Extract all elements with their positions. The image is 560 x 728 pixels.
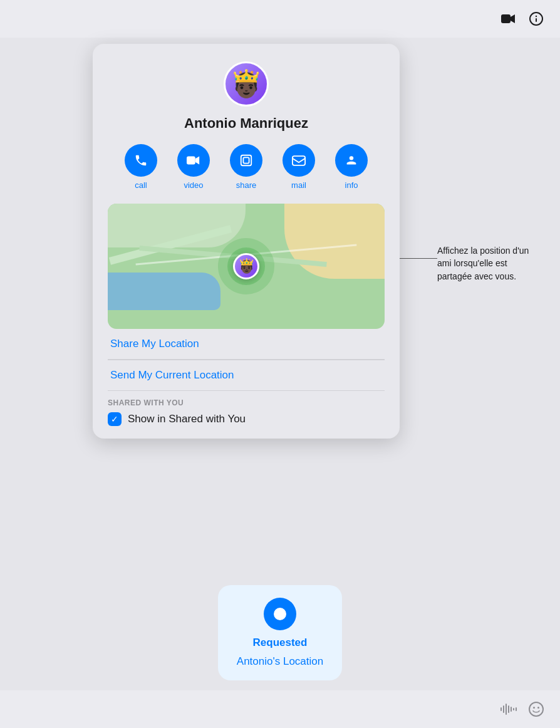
info-button[interactable]: info (335, 144, 368, 190)
map-terrain-yellow (284, 204, 385, 279)
annotation-line (393, 258, 437, 259)
share-label: share (236, 180, 257, 190)
svg-rect-7 (293, 156, 305, 165)
shared-section-label: SHARED WITH YOU (108, 398, 385, 407)
svg-rect-15 (516, 707, 517, 711)
bottom-bar (0, 690, 560, 728)
video-button[interactable]: video (177, 144, 210, 190)
top-bar (0, 0, 560, 38)
mail-button[interactable]: mail (283, 144, 315, 190)
shared-checkbox[interactable]: ✓ (108, 412, 122, 426)
svg-point-2 (536, 16, 537, 17)
contact-card: 🤴🏿 Antonio Manriquez call video (93, 44, 400, 439)
svg-rect-9 (500, 707, 502, 711)
info-button-icon (335, 144, 368, 177)
svg-point-16 (529, 702, 543, 716)
avatar-emoji: 🤴🏿 (230, 71, 262, 97)
call-button[interactable]: call (125, 144, 157, 190)
requested-label: Requested (253, 637, 308, 649)
share-my-location-link[interactable]: Share My Location (108, 329, 385, 360)
call-button-icon (125, 144, 157, 177)
video-call-icon[interactable] (500, 10, 517, 28)
svg-rect-6 (243, 157, 249, 163)
svg-point-18 (537, 707, 539, 709)
bubble-dot (264, 598, 296, 630)
location-label: Antonio's Location (237, 655, 323, 668)
svg-rect-5 (241, 155, 252, 166)
action-buttons-row: call video share (108, 144, 385, 190)
svg-rect-4 (187, 157, 195, 165)
svg-rect-0 (501, 14, 511, 23)
video-button-icon (177, 144, 210, 177)
map-background: 🤴🏿 (108, 204, 385, 329)
bubble-dot-inner (274, 608, 286, 620)
svg-rect-3 (536, 18, 537, 22)
shared-section: SHARED WITH YOU ✓ Show in Shared with Yo… (108, 391, 385, 426)
shared-row: ✓ Show in Shared with You (108, 412, 385, 426)
svg-point-17 (533, 707, 535, 709)
share-button[interactable]: share (230, 144, 262, 190)
waveform-icon[interactable] (500, 700, 517, 718)
svg-rect-14 (513, 708, 514, 710)
mail-button-icon (283, 144, 315, 177)
location-pin: 🤴🏿 (233, 253, 259, 279)
share-button-icon (230, 144, 262, 177)
requested-location-bubble: Requested Antonio's Location (218, 585, 342, 680)
info-label: info (345, 180, 358, 190)
contact-name: Antonio Manriquez (108, 115, 385, 132)
call-label: call (135, 180, 147, 190)
show-in-shared-label: Show in Shared with You (128, 413, 246, 425)
svg-rect-13 (511, 707, 512, 712)
map-water (108, 273, 220, 310)
svg-rect-10 (503, 705, 504, 713)
svg-rect-12 (508, 705, 509, 713)
avatar: 🤴🏿 (224, 61, 269, 107)
emoji-icon[interactable] (527, 700, 545, 718)
mail-label: mail (291, 180, 306, 190)
info-icon[interactable] (527, 10, 545, 28)
annotation-text: Affichez la position d'un ami lorsqu'ell… (437, 244, 537, 283)
video-label: video (184, 180, 203, 190)
location-map[interactable]: 🤴🏿 Three Rivers, CA Live 🚗 8 hr 11 min (108, 204, 385, 329)
avatar-wrapper: 🤴🏿 (108, 61, 385, 107)
send-my-location-link[interactable]: Send My Current Location (108, 360, 385, 391)
annotation: Affichez la position d'un ami lorsqu'ell… (437, 244, 537, 283)
location-avatar: 🤴🏿 (233, 253, 259, 279)
svg-rect-11 (506, 704, 507, 715)
chat-area: Requested Antonio's Location (0, 575, 560, 690)
svg-point-8 (350, 156, 353, 160)
